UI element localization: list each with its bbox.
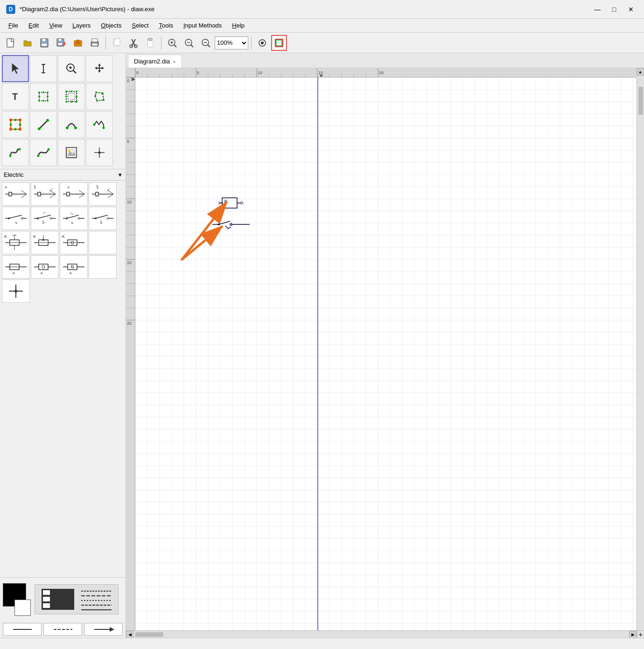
shape-kbox2[interactable]: K bbox=[31, 255, 59, 279]
toolbar: 100% 50% 75% 150% 200% bbox=[0, 33, 644, 53]
svg-point-68 bbox=[19, 119, 21, 121]
switch-component[interactable] bbox=[212, 217, 250, 231]
print-button[interactable] bbox=[87, 35, 103, 51]
copy-style-button[interactable] bbox=[109, 35, 125, 51]
tab-bar: Diagram2.dia × bbox=[126, 53, 644, 68]
diagram-tab[interactable]: Diagram2.dia × bbox=[128, 55, 182, 68]
horizontal-scroll-thumb[interactable] bbox=[135, 632, 163, 637]
zoom-select[interactable]: 100% 50% 75% 150% 200% bbox=[215, 36, 248, 49]
shape-kbox1[interactable]: K bbox=[2, 255, 30, 279]
title-bar: D *Diagram2.dia (C:\Users\User\Pictures)… bbox=[0, 0, 644, 19]
scroll-up-arrow[interactable]: ▲ bbox=[637, 68, 644, 76]
text-tool[interactable]: T bbox=[2, 83, 29, 110]
spline-tool[interactable] bbox=[2, 139, 29, 166]
menu-select[interactable]: Select bbox=[127, 20, 153, 31]
svg-point-44 bbox=[38, 91, 40, 93]
line-style-dashed[interactable] bbox=[43, 623, 82, 636]
active-tool-indicator[interactable] bbox=[271, 35, 287, 51]
svg-rect-4 bbox=[42, 39, 46, 42]
save-as-button[interactable] bbox=[53, 35, 69, 51]
arc-tool[interactable] bbox=[58, 111, 85, 138]
shape-relay4[interactable] bbox=[89, 231, 117, 254]
axes-tool[interactable] bbox=[86, 139, 113, 166]
menu-layers[interactable]: Layers bbox=[68, 20, 95, 31]
plus-icon[interactable]: + bbox=[638, 631, 642, 638]
shape-kbox3[interactable]: K bbox=[60, 255, 88, 279]
canvas-viewport[interactable] bbox=[135, 77, 637, 630]
svg-text:D: D bbox=[9, 6, 13, 13]
image-tool[interactable] bbox=[58, 139, 85, 166]
bottom-scrollbar[interactable] bbox=[133, 631, 629, 638]
line-pattern[interactable] bbox=[35, 584, 119, 614]
modify-tool[interactable] bbox=[2, 111, 29, 138]
shape-switch3[interactable]: k bbox=[60, 207, 88, 230]
close-button[interactable]: ✕ bbox=[623, 3, 638, 15]
background-color[interactable] bbox=[14, 600, 31, 616]
shape-switch2[interactable]: k̄ bbox=[31, 207, 59, 230]
minimize-button[interactable]: — bbox=[590, 3, 605, 15]
svg-point-72 bbox=[14, 128, 17, 131]
svg-rect-12 bbox=[92, 43, 98, 46]
select-tool[interactable] bbox=[2, 55, 29, 82]
shapes-category-label: Electric bbox=[4, 171, 24, 178]
zoom-tool[interactable] bbox=[58, 55, 85, 82]
scroll-left-arrow[interactable]: ◀ bbox=[126, 631, 133, 638]
line-style-arrow[interactable] bbox=[84, 623, 123, 636]
shape-resistor3[interactable]: k bbox=[60, 182, 88, 206]
shapes-dropdown-button[interactable]: ▾ bbox=[119, 171, 122, 178]
shape-switch4[interactable]: k̄ bbox=[89, 207, 117, 230]
zoom-out-button[interactable] bbox=[198, 35, 214, 51]
text-cursor-tool[interactable] bbox=[30, 55, 57, 82]
svg-point-89 bbox=[68, 150, 70, 152]
svg-point-120 bbox=[50, 217, 52, 219]
svg-point-78 bbox=[66, 126, 69, 129]
menu-view[interactable]: View bbox=[44, 20, 67, 31]
shape-resistor1[interactable]: k bbox=[2, 182, 30, 206]
vertical-scroll-thumb[interactable] bbox=[638, 87, 643, 115]
line-style-solid[interactable] bbox=[3, 623, 42, 636]
svg-point-247 bbox=[241, 202, 243, 204]
shape-relay3[interactable]: K bbox=[60, 231, 88, 254]
shape-switch1[interactable]: k bbox=[2, 207, 30, 230]
maximize-button[interactable]: □ bbox=[607, 3, 622, 15]
menu-edit[interactable]: Edit bbox=[24, 20, 43, 31]
spline2-tool[interactable] bbox=[30, 139, 57, 166]
shape-resistor4[interactable]: k̄ bbox=[89, 182, 117, 206]
menu-bar: File Edit View Layers Objects Select Too… bbox=[0, 19, 644, 33]
svg-text:T: T bbox=[12, 91, 18, 102]
shape-relay1[interactable]: K bbox=[2, 231, 30, 254]
transformer-component[interactable] bbox=[218, 193, 256, 216]
paste-button[interactable] bbox=[142, 35, 158, 51]
color-preview[interactable] bbox=[3, 583, 31, 616]
svg-point-58 bbox=[70, 101, 72, 103]
menu-tools[interactable]: Tools bbox=[154, 20, 178, 31]
svg-rect-175 bbox=[43, 590, 50, 595]
save-button[interactable] bbox=[36, 35, 52, 51]
line-tool[interactable] bbox=[30, 111, 57, 138]
shape-cross[interactable] bbox=[2, 279, 30, 303]
shape-empty1[interactable] bbox=[89, 255, 117, 279]
tab-close-button[interactable]: × bbox=[173, 59, 175, 64]
svg-rect-5 bbox=[42, 43, 47, 46]
zigzag-tool[interactable] bbox=[86, 111, 113, 138]
free-select-tool[interactable] bbox=[86, 83, 113, 110]
menu-file[interactable]: File bbox=[4, 20, 23, 31]
open-button[interactable] bbox=[20, 35, 35, 51]
move-tool[interactable] bbox=[86, 55, 113, 82]
menu-help[interactable]: Help bbox=[227, 20, 249, 31]
tool-row-3 bbox=[2, 111, 124, 138]
box-select-tool[interactable] bbox=[30, 83, 57, 110]
cut-button[interactable] bbox=[126, 35, 141, 51]
rubber-band-tool[interactable] bbox=[58, 83, 85, 110]
scroll-right-arrow[interactable]: ▶ bbox=[629, 631, 637, 638]
shape-relay2[interactable]: K bbox=[31, 231, 59, 254]
zoom-in-button[interactable] bbox=[164, 35, 180, 51]
shape-resistor2[interactable]: k̄ bbox=[31, 182, 59, 206]
svg-text:0: 0 bbox=[127, 78, 129, 83]
menu-objects[interactable]: Objects bbox=[96, 20, 126, 31]
zoom-fit-button[interactable] bbox=[181, 35, 197, 51]
snap-button[interactable] bbox=[254, 35, 270, 51]
export-button[interactable] bbox=[70, 35, 86, 51]
new-button[interactable] bbox=[3, 35, 19, 51]
menu-input-methods[interactable]: Input Methods bbox=[179, 20, 226, 31]
